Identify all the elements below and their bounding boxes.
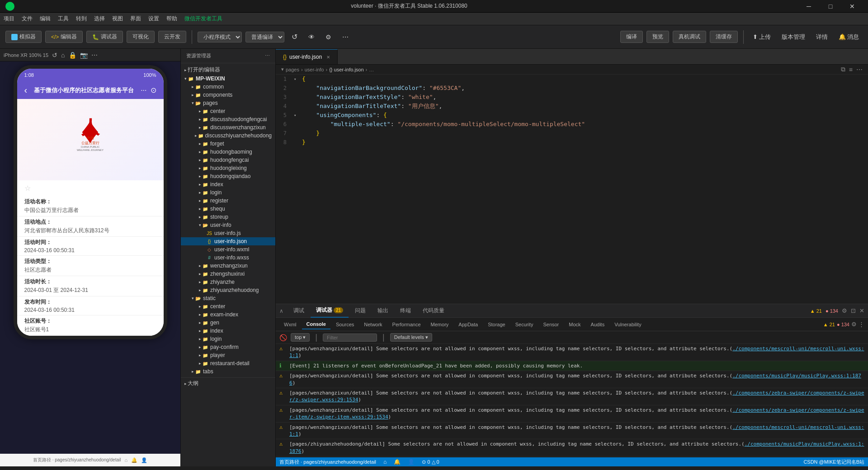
tab-console[interactable]: Console	[302, 320, 330, 329]
phone-star-button[interactable]: ☆	[17, 180, 164, 196]
devtools-close-button[interactable]: ∧	[279, 308, 283, 314]
menu-item-select[interactable]: 选择	[94, 15, 105, 23]
tab-memory[interactable]: Memory	[426, 320, 453, 329]
devtools-tab-debug[interactable]: 调试	[288, 304, 310, 318]
inner-settings-button[interactable]: ⚙	[851, 321, 857, 328]
folder-huodongfengcai[interactable]: ▸ 📁 huodongfengcai	[181, 156, 275, 164]
menu-item-settings[interactable]: 设置	[148, 15, 159, 23]
debugger-button[interactable]: 🐛 调试器	[86, 31, 123, 43]
breadcrumb-pages[interactable]: pages	[286, 67, 299, 72]
explorer-more-icon[interactable]: ⋯	[265, 53, 270, 59]
devtools-close-x-button[interactable]: ✕	[859, 307, 864, 314]
folder-huodongqiandao[interactable]: ▸ 📁 huodongqiandao	[181, 172, 275, 180]
folder-tabs[interactable]: ▸ 📁 tabs	[181, 367, 275, 376]
folder-static-center[interactable]: ▸ 📁 center	[181, 302, 275, 310]
devtools-split-button[interactable]: ⊡	[851, 307, 856, 314]
file-user-info-wxss[interactable]: # user-info.wxss	[181, 254, 275, 262]
menu-item-interface[interactable]: 界面	[130, 15, 141, 23]
folder-static-login[interactable]: ▸ 📁 login	[181, 335, 275, 343]
default-levels-selector[interactable]: Default levels ▾	[390, 333, 432, 342]
refresh-button[interactable]: ↺	[288, 31, 301, 43]
folder-huodongleixing[interactable]: ▸ 📁 huodongleixing	[181, 164, 275, 172]
clear-cache-button[interactable]: 清缓存	[710, 31, 738, 43]
menu-item-project[interactable]: 项目	[4, 15, 14, 23]
notification-button[interactable]: 🔔 消息	[835, 31, 863, 43]
folder-forget[interactable]: ▸ 📁 forget	[181, 140, 275, 148]
preview-toggle-button[interactable]: 👁	[305, 32, 318, 42]
tab-sensor[interactable]: Sensor	[538, 320, 563, 329]
more-dots-button[interactable]: ···	[141, 86, 146, 94]
msg-link-0[interactable]: ./components/mescroll-uni/mescroll-uni.w…	[289, 346, 864, 358]
folder-storeup[interactable]: ▸ 📁 storeup	[181, 213, 275, 221]
collapse-button[interactable]: ≡	[849, 66, 853, 73]
maximize-button[interactable]: □	[820, 0, 841, 13]
more-code-button[interactable]: ⋯	[856, 66, 863, 73]
settings-small-button[interactable]: ⚙	[322, 32, 335, 42]
folder-discusswenzh[interactable]: ▸ 📁 discusswenzhangzixun	[181, 123, 275, 132]
msg-link-5[interactable]: ./components/musicPlay/musicPlay.wxss:1:…	[289, 441, 864, 454]
mode-selector[interactable]: 小程序模式	[198, 32, 242, 42]
real-machine-button[interactable]: 真机调试	[673, 31, 706, 43]
folder-static[interactable]: ▾ 📂 static	[181, 294, 275, 302]
tab-audits[interactable]: Audits	[586, 320, 609, 329]
visualize-button[interactable]: 可视化	[127, 31, 155, 43]
compile-button[interactable]: 编译	[620, 31, 643, 43]
devtools-settings-button[interactable]: ⚙	[842, 307, 847, 314]
menu-item-help[interactable]: 帮助	[166, 15, 177, 23]
tab-mock[interactable]: Mock	[564, 320, 585, 329]
open-editors-section[interactable]: ▸ 打开的编辑器	[181, 65, 275, 75]
folder-gen[interactable]: ▸ 📁 gen	[181, 319, 275, 327]
folder-zhiyanzhe[interactable]: ▸ 📁 zhiyanzhe	[181, 278, 275, 286]
detail-button[interactable]: 详情	[812, 31, 831, 43]
tab-appdata[interactable]: AppData	[454, 320, 482, 329]
folder-huodongbaoming[interactable]: ▸ 📁 huodongbaoming	[181, 148, 275, 156]
more-options-button[interactable]: ⋯	[339, 32, 352, 42]
menu-item-file[interactable]: 文件	[22, 15, 33, 23]
msg-link-1[interactable]: ./components/musicPlay/musicPlay.wxss:1:…	[289, 373, 861, 385]
minimize-button[interactable]: ─	[798, 0, 819, 13]
folder-index[interactable]: ▸ 📁 index	[181, 180, 275, 188]
tab-vulnerability[interactable]: Vulnerability	[610, 320, 646, 329]
folder-wenzhangzixun[interactable]: ▸ 📁 wenzhangzixun	[181, 262, 275, 270]
cloud-button[interactable]: 云开发	[158, 31, 186, 43]
folder-login[interactable]: ▸ 📁 login	[181, 188, 275, 197]
outline-section[interactable]: ▸ 大纲	[181, 377, 275, 388]
devtools-tab-quality[interactable]: 代码质量	[417, 304, 450, 318]
code-editor[interactable]: 1 ▾ { 2 "navigationBarBackgroundColor": …	[276, 75, 868, 304]
version-manager-button[interactable]: 版本管理	[778, 31, 809, 43]
breadcrumb-json[interactable]: {} user-info.json	[329, 67, 363, 72]
folder-player[interactable]: ▸ 📁 player	[181, 351, 275, 359]
file-user-info-json[interactable]: {} user-info.json	[181, 237, 275, 245]
file-user-info-js[interactable]: JS user-info.js	[181, 229, 275, 237]
folder-center[interactable]: ▸ 📁 center	[181, 107, 275, 115]
tab-wxml[interactable]: Wxml	[279, 320, 301, 329]
back-button[interactable]: ‹	[24, 85, 28, 95]
tab-network[interactable]: Network	[359, 320, 387, 329]
folder-pay-confirm[interactable]: ▸ 📁 pay-confirm	[181, 343, 275, 351]
inner-more-button[interactable]: ⋮	[859, 321, 864, 328]
menu-item-view[interactable]: 视图	[112, 15, 123, 23]
devtools-tab-issues[interactable]: 问题	[349, 304, 371, 318]
folder-user-info[interactable]: ▾ 📂 user-info	[181, 221, 275, 229]
compile-selector[interactable]: 普通编译	[245, 32, 284, 42]
code-tab-user-info-json[interactable]: {} user-info.json ✕	[276, 49, 338, 64]
msg-link-3[interactable]: ./components/zebra-swiper/components/z-s…	[289, 407, 864, 420]
root-folder[interactable]: ▾ 📁 MP-WEIXIN	[181, 75, 275, 83]
top-context-label[interactable]: top ▾	[291, 333, 310, 342]
folder-common[interactable]: ▸ 📁 common	[181, 83, 275, 91]
folder-shequ[interactable]: ▸ 📁 shequ	[181, 205, 275, 213]
split-editor-button[interactable]: ⧉	[841, 66, 845, 73]
devtools-tab-debugger[interactable]: 调试器 21	[311, 304, 349, 318]
menu-item-wechat[interactable]: 微信开发者工具	[184, 15, 222, 23]
msg-link-2[interactable]: ./components/zebra-swiper/components/z-s…	[289, 390, 864, 403]
simulator-button[interactable]: 模拟器	[5, 31, 42, 43]
devtools-tab-terminal[interactable]: 终端	[395, 304, 416, 318]
file-user-info-wxml[interactable]: ◇ user-info.wxml	[181, 245, 275, 254]
folder-zhengshuxinxi[interactable]: ▸ 📁 zhengshuxinxi	[181, 270, 275, 278]
upload-button[interactable]: ⬆ 上传	[749, 31, 774, 43]
folder-discusshuodong[interactable]: ▸ 📁 discusshuodongfengcai	[181, 115, 275, 123]
camera-button[interactable]: ⊙	[151, 86, 156, 94]
tab-close-button[interactable]: ✕	[326, 55, 330, 60]
folder-discusszhiy[interactable]: ▸ 📁 discusszhiyuanzhehuodong	[181, 132, 275, 140]
tab-performance[interactable]: Performance	[388, 320, 425, 329]
